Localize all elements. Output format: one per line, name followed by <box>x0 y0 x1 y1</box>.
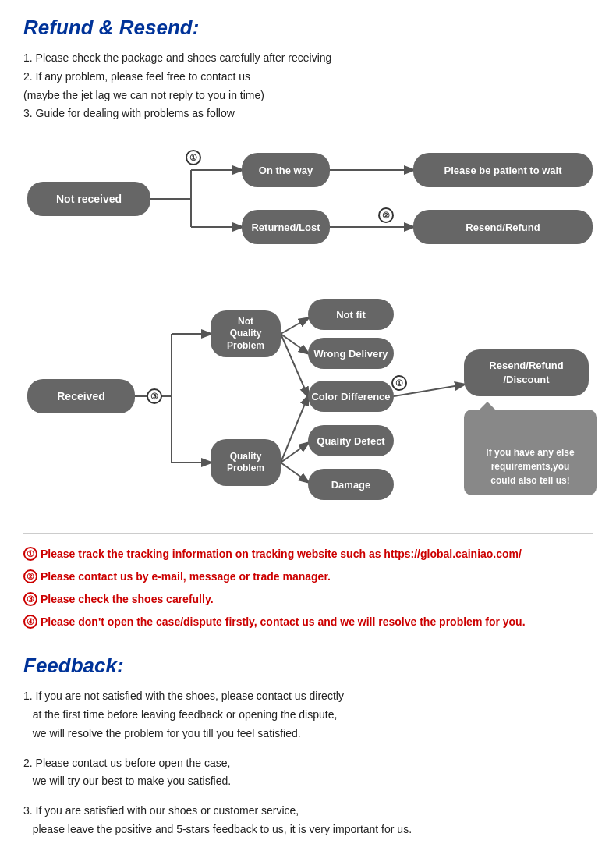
please-be-patient-node: Please be patient to wait <box>413 153 593 187</box>
note-text-4: Please don't open the case/dispute first… <box>41 614 526 630</box>
resend-refund-discount-node: Resend/Refund /Discount <box>464 349 589 396</box>
returned-lost-node: Returned/Lost <box>242 210 330 244</box>
wrong-delivery-node: Wrong Delivery <box>308 338 394 369</box>
note-text-1: Please track the tracking information on… <box>41 546 522 562</box>
not-received-node: Not received <box>27 182 150 216</box>
feedback-item-2: 2. Please contact us before open the cas… <box>23 754 593 792</box>
received-flowchart: Received ③ Not Quality Problem Quality P… <box>23 275 608 517</box>
circle-badge-1-bottom: ① <box>391 375 407 391</box>
note-text-3: Please check the shoes carefully. <box>41 591 214 608</box>
note-circle-3: ③ <box>23 592 37 606</box>
quality-problem-node: Quality Problem <box>211 439 281 486</box>
feedback-text-1: 1. If you are not satisfied with the sho… <box>23 690 344 739</box>
intro-list: 1. Please check the package and shoes ca… <box>23 49 593 123</box>
note-item-3: ③ Please check the shoes carefully. <box>23 591 593 608</box>
note-item-2: ② Please contact us by e-mail, message o… <box>23 569 593 585</box>
feedback-title: Feedback: <box>23 654 593 678</box>
feedback-item-3: 3. If you are satisfied with our shoes o… <box>23 802 593 839</box>
svg-line-17 <box>281 463 308 482</box>
quality-defect-node: Quality Defect <box>308 425 394 456</box>
received-node: Received <box>27 379 135 413</box>
circle-badge-3: ③ <box>147 388 162 404</box>
feedback-item-1: 1. If you are not satisfied with the sho… <box>23 687 593 743</box>
intro-item-2: 2. If any problem, please feel free to c… <box>23 68 593 87</box>
note-circle-2: ② <box>23 569 37 583</box>
not-received-flowchart: Not received ① On the way Returned/Lost … <box>23 139 608 260</box>
note-item-4: ④ Please don't open the case/dispute fir… <box>23 614 593 630</box>
note-circle-1: ① <box>23 547 37 561</box>
feedback-text-3: 3. If you are satisfied with our shoes o… <box>23 804 412 835</box>
note-item-1: ① Please track the tracking information … <box>23 546 593 562</box>
intro-item-1: 1. Please check the package and shoes ca… <box>23 49 593 68</box>
circle-badge-2-top: ② <box>378 207 394 223</box>
not-quality-problem-node: Not Quality Problem <box>211 310 281 357</box>
intro-item-3: 3. Guide for dealing with problems as fo… <box>23 105 593 123</box>
damage-node: Damage <box>308 469 394 500</box>
resend-refund-top-node: Resend/Refund <box>413 210 593 244</box>
intro-item-2b: (maybe the jet lag we can not reply to y… <box>23 87 593 105</box>
note-text-2: Please contact us by e-mail, message or … <box>41 569 331 585</box>
feedback-text-2: 2. Please contact us before open the cas… <box>23 757 231 788</box>
color-difference-node: Color Difference <box>308 381 394 412</box>
not-fit-node: Not fit <box>308 299 394 330</box>
notes-section: ① Please track the tracking information … <box>23 533 593 630</box>
svg-line-12 <box>281 318 308 334</box>
else-requirements-bubble: If you have any else requirements,you co… <box>464 410 597 495</box>
note-circle-4: ④ <box>23 615 37 629</box>
feedback-section: Feedback: 1. If you are not satisfied wi… <box>23 654 593 839</box>
circle-badge-1-top: ① <box>186 150 201 165</box>
feedback-list: 1. If you are not satisfied with the sho… <box>23 687 593 839</box>
on-the-way-node: On the way <box>242 153 330 187</box>
refund-title: Refund & Resend: <box>23 16 593 40</box>
